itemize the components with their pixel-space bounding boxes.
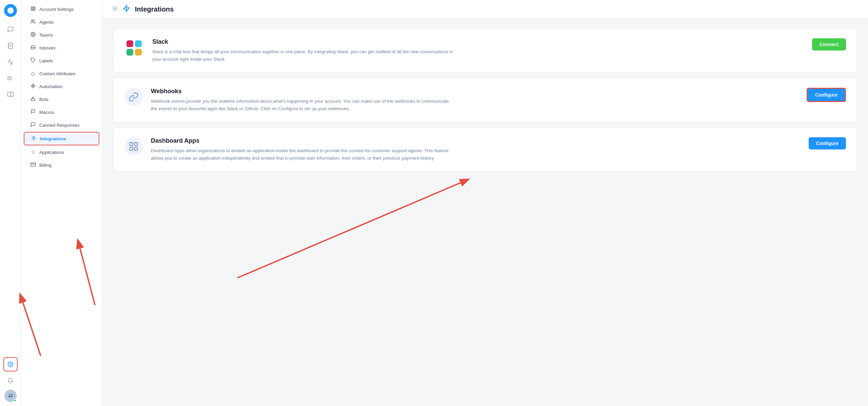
- svg-rect-21: [31, 163, 35, 166]
- integrations-icon: [31, 136, 37, 142]
- slack-info: Slack Slack is a chat tool that brings a…: [152, 38, 804, 63]
- sidebar-item-labels[interactable]: Labels: [24, 55, 99, 67]
- dashboard-apps-description: Dashboard Apps allow organizations to em…: [151, 147, 456, 162]
- dashboard-apps-action: Configure: [809, 137, 846, 149]
- slack-logo: [124, 38, 144, 58]
- account-settings-icon: [30, 6, 36, 12]
- svg-point-0: [7, 7, 13, 14]
- page-title: Integrations: [135, 5, 174, 13]
- sidebar-nav: Account Settings Agents Teams Inboxes La…: [21, 0, 102, 406]
- svg-rect-28: [135, 143, 138, 146]
- nav-icon-settings[interactable]: [3, 357, 18, 371]
- svg-marker-13: [31, 84, 35, 88]
- automation-label: Automation: [39, 84, 62, 89]
- nav-icon-notifications[interactable]: [3, 373, 18, 388]
- nav-icon-reports[interactable]: [3, 55, 18, 69]
- webhooks-integration-card: Webhooks Webhook events provide you the …: [113, 78, 857, 122]
- automation-icon: [30, 83, 36, 89]
- svg-rect-14: [31, 99, 35, 101]
- account-settings-label: Account Settings: [39, 7, 74, 12]
- bots-label: Bots: [39, 97, 48, 102]
- nav-icon-inbox[interactable]: [3, 39, 18, 53]
- svg-marker-20: [32, 136, 35, 140]
- svg-rect-7: [33, 7, 35, 8]
- canned-responses-icon: [30, 122, 36, 128]
- sidebar-item-macros[interactable]: Macros: [24, 106, 99, 118]
- dashboard-apps-configure-button[interactable]: Configure: [809, 137, 846, 149]
- icon-bar: JJ: [0, 0, 21, 406]
- sidebar-item-custom-attributes[interactable]: ◇ Custom Attributes: [24, 67, 99, 80]
- dashboard-apps-integration-card: Dashboard Apps Dashboard Apps allow orga…: [113, 127, 857, 171]
- canned-responses-label: Canned Responses: [39, 123, 80, 128]
- webhooks-description: Webhook events provide you the realtime …: [151, 98, 456, 112]
- integrations-label: Integrations: [40, 136, 66, 141]
- svg-rect-6: [31, 7, 32, 8]
- webhooks-action: Configure: [807, 88, 846, 102]
- inboxes-icon: [30, 45, 36, 51]
- svg-rect-29: [130, 147, 133, 150]
- sidebar-item-applications[interactable]: ☆ Applications: [24, 146, 99, 158]
- slack-connect-button[interactable]: Connect: [812, 38, 846, 50]
- nav-icon-chat[interactable]: [3, 22, 18, 37]
- sidebar-item-automation[interactable]: Automation: [24, 80, 99, 93]
- svg-point-5: [9, 364, 11, 365]
- integrations-list: Slack Slack is a chat tool that brings a…: [102, 19, 868, 187]
- slack-action: Connect: [812, 38, 846, 50]
- sidebar-item-agents[interactable]: Agents: [24, 16, 99, 28]
- svg-rect-9: [31, 9, 32, 11]
- svg-point-10: [32, 20, 33, 21]
- webhooks-title: Webhooks: [151, 88, 798, 95]
- custom-attributes-label: Custom Attributes: [39, 71, 76, 76]
- agents-icon: [30, 19, 36, 25]
- sidebar-item-billing[interactable]: Billing: [24, 159, 99, 171]
- labels-icon: [30, 58, 36, 64]
- svg-rect-27: [130, 143, 133, 146]
- inboxes-label: Inboxes: [39, 45, 55, 50]
- svg-point-15: [33, 97, 34, 98]
- sidebar-item-account-settings[interactable]: Account Settings: [24, 3, 99, 15]
- webhooks-info: Webhooks Webhook events provide you the …: [151, 88, 798, 112]
- macros-icon: [30, 109, 36, 115]
- custom-attributes-icon: ◇: [30, 70, 36, 77]
- macros-label: Macros: [39, 110, 54, 115]
- dashboard-apps-info: Dashboard Apps Dashboard Apps allow orga…: [151, 137, 801, 162]
- billing-icon: [30, 162, 36, 168]
- slack-title: Slack: [152, 38, 804, 45]
- user-avatar[interactable]: JJ: [4, 390, 17, 402]
- billing-label: Billing: [39, 163, 52, 168]
- svg-rect-30: [135, 147, 138, 150]
- hamburger-menu[interactable]: [112, 5, 118, 13]
- dashboard-apps-logo: [124, 137, 143, 156]
- applications-icon: ☆: [30, 149, 36, 155]
- applications-label: Applications: [39, 150, 64, 155]
- sidebar-item-teams[interactable]: Teams: [24, 29, 99, 41]
- nav-icon-campaigns[interactable]: [3, 71, 18, 85]
- bots-icon: [30, 96, 36, 102]
- webhooks-configure-button[interactable]: Configure: [807, 88, 846, 102]
- sidebar-item-canned-responses[interactable]: Canned Responses: [24, 119, 99, 131]
- slack-integration-card: Slack Slack is a chat tool that brings a…: [113, 28, 857, 73]
- labels-label: Labels: [39, 58, 53, 63]
- page-header: Integrations: [102, 0, 868, 19]
- nav-icon-library[interactable]: [3, 87, 18, 102]
- teams-icon: [30, 32, 36, 38]
- slack-description: Slack is a chat tool that brings all you…: [152, 48, 457, 63]
- sidebar-item-integrations[interactable]: Integrations: [24, 132, 99, 145]
- svg-point-11: [32, 34, 34, 35]
- dashboard-apps-title: Dashboard Apps: [151, 137, 801, 144]
- webhooks-logo: [124, 88, 143, 106]
- page-header-icon: [123, 5, 130, 14]
- svg-marker-4: [7, 76, 10, 80]
- svg-marker-26: [124, 5, 130, 12]
- app-logo[interactable]: [4, 4, 17, 17]
- teams-label: Teams: [39, 33, 53, 38]
- user-online-dot: [14, 399, 17, 402]
- agents-label: Agents: [39, 20, 54, 25]
- svg-rect-8: [33, 9, 35, 11]
- sidebar-item-bots[interactable]: Bots: [24, 93, 99, 105]
- sidebar-item-inboxes[interactable]: Inboxes: [24, 42, 99, 54]
- main-content: Integrations Slack Slack is a chat tool …: [102, 0, 868, 406]
